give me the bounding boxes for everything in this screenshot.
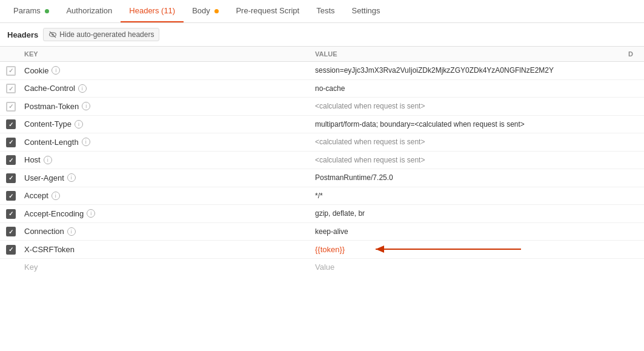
- table-row: Cookiei session=eyJjc3JmX3Rva2VuIjoiZDk2…: [0, 62, 644, 80]
- row-checkbox[interactable]: [6, 102, 16, 112]
- info-icon[interactable]: i: [78, 84, 87, 93]
- info-icon[interactable]: i: [67, 227, 76, 236]
- info-icon[interactable]: i: [51, 192, 60, 200]
- info-icon[interactable]: i: [82, 102, 90, 110]
- row-checkbox[interactable]: [6, 191, 16, 201]
- token-value-cell: {{token}}: [315, 245, 621, 254]
- row-checkbox[interactable]: [6, 66, 16, 76]
- info-icon[interactable]: i: [82, 138, 90, 146]
- table-row: Content-Lengthi <calculated when request…: [0, 133, 644, 152]
- info-icon[interactable]: i: [44, 156, 52, 164]
- row-checkbox[interactable]: [6, 227, 16, 236]
- info-icon[interactable]: i: [75, 120, 83, 129]
- hide-auto-headers-button[interactable]: Hide auto-generated headers: [43, 28, 159, 41]
- table-row: X-CSRFToken {{token}}: [0, 241, 644, 259]
- tab-authorization[interactable]: Authorization: [58, 0, 121, 22]
- section-header: Headers Hide auto-generated headers: [0, 23, 644, 47]
- table-row: Cache-Controli no-cache: [0, 79, 644, 98]
- col-header-check: [0, 47, 22, 62]
- table-row: Hosti <calculated when request is sent>: [0, 151, 644, 169]
- info-icon[interactable]: i: [67, 173, 76, 182]
- row-checkbox[interactable]: [6, 209, 16, 219]
- annotation-arrow: [363, 242, 521, 256]
- row-checkbox[interactable]: [6, 173, 16, 183]
- body-dot: [214, 9, 219, 13]
- table-row: Content-Typei multipart/form-data; bound…: [0, 115, 644, 133]
- info-icon[interactable]: i: [87, 209, 95, 218]
- col-header-desc: D: [626, 47, 644, 62]
- row-checkbox[interactable]: [6, 155, 16, 165]
- table-row: Accepti */*: [0, 187, 644, 205]
- tab-tests[interactable]: Tests: [308, 0, 343, 22]
- svg-marker-4: [376, 246, 384, 253]
- col-header-key: KEY: [22, 47, 313, 62]
- tab-headers[interactable]: Headers (11): [121, 0, 184, 22]
- info-icon[interactable]: i: [51, 66, 60, 75]
- tab-prerequest[interactable]: Pre-request Script: [227, 0, 308, 22]
- row-checkbox[interactable]: [6, 138, 16, 147]
- headers-table-container: KEY VALUE D Cookiei session=eyJjc3JmX3Rv…: [0, 47, 644, 275]
- row-checkbox[interactable]: [6, 119, 16, 129]
- tab-settings[interactable]: Settings: [344, 0, 389, 22]
- section-title: Headers: [7, 30, 38, 39]
- eye-slash-icon: [48, 30, 57, 39]
- tab-body[interactable]: Body: [184, 0, 227, 22]
- row-checkbox[interactable]: [6, 84, 16, 93]
- tab-params[interactable]: Params: [5, 0, 58, 22]
- table-row: Connectioni keep-alive: [0, 222, 644, 241]
- table-row: Postman-Tokeni <calculated when request …: [0, 98, 644, 116]
- empty-row: Key Value: [0, 258, 644, 275]
- params-dot: [45, 9, 49, 13]
- tab-bar: Params Authorization Headers (11) Body P…: [0, 0, 644, 23]
- headers-table: KEY VALUE D Cookiei session=eyJjc3JmX3Rv…: [0, 47, 644, 275]
- col-header-value: VALUE: [313, 47, 626, 62]
- table-row: User-Agenti PostmanRuntime/7.25.0: [0, 169, 644, 187]
- table-row: Accept-Encodingi gzip, deflate, br: [0, 205, 644, 223]
- row-checkbox[interactable]: [6, 245, 16, 255]
